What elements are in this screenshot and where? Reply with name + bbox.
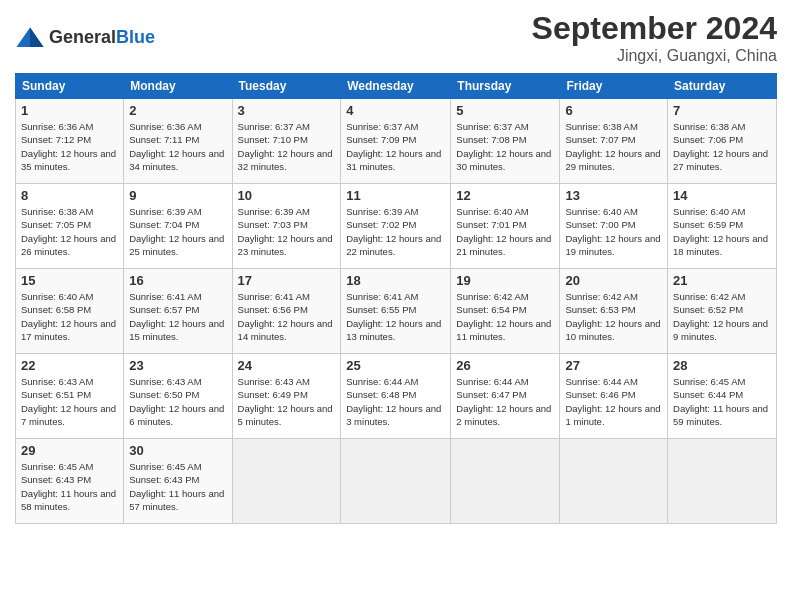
day-number: 15 bbox=[21, 273, 118, 288]
calendar-week-row: 15Sunrise: 6:40 AMSunset: 6:58 PMDayligh… bbox=[16, 269, 777, 354]
table-row: 29Sunrise: 6:45 AMSunset: 6:43 PMDayligh… bbox=[16, 439, 124, 524]
table-row: 30Sunrise: 6:45 AMSunset: 6:43 PMDayligh… bbox=[124, 439, 232, 524]
table-row: 19Sunrise: 6:42 AMSunset: 6:54 PMDayligh… bbox=[451, 269, 560, 354]
day-number: 1 bbox=[21, 103, 118, 118]
table-row: 11Sunrise: 6:39 AMSunset: 7:02 PMDayligh… bbox=[341, 184, 451, 269]
header-wednesday: Wednesday bbox=[341, 74, 451, 99]
header: GeneralBlue September 2024 Jingxi, Guang… bbox=[15, 10, 777, 65]
day-info: Sunrise: 6:36 AMSunset: 7:12 PMDaylight:… bbox=[21, 120, 118, 173]
day-number: 7 bbox=[673, 103, 771, 118]
header-saturday: Saturday bbox=[668, 74, 777, 99]
calendar-week-row: 8Sunrise: 6:38 AMSunset: 7:05 PMDaylight… bbox=[16, 184, 777, 269]
day-number: 5 bbox=[456, 103, 554, 118]
day-info: Sunrise: 6:44 AMSunset: 6:46 PMDaylight:… bbox=[565, 375, 662, 428]
day-info: Sunrise: 6:45 AMSunset: 6:43 PMDaylight:… bbox=[129, 460, 226, 513]
day-info: Sunrise: 6:37 AMSunset: 7:10 PMDaylight:… bbox=[238, 120, 336, 173]
day-info: Sunrise: 6:43 AMSunset: 6:50 PMDaylight:… bbox=[129, 375, 226, 428]
day-number: 16 bbox=[129, 273, 226, 288]
day-number: 13 bbox=[565, 188, 662, 203]
svg-marker-1 bbox=[30, 27, 44, 47]
table-row bbox=[668, 439, 777, 524]
table-row: 28Sunrise: 6:45 AMSunset: 6:44 PMDayligh… bbox=[668, 354, 777, 439]
day-info: Sunrise: 6:41 AMSunset: 6:57 PMDaylight:… bbox=[129, 290, 226, 343]
day-number: 6 bbox=[565, 103, 662, 118]
day-number: 22 bbox=[21, 358, 118, 373]
day-number: 25 bbox=[346, 358, 445, 373]
table-row: 2Sunrise: 6:36 AMSunset: 7:11 PMDaylight… bbox=[124, 99, 232, 184]
table-row bbox=[451, 439, 560, 524]
table-row: 18Sunrise: 6:41 AMSunset: 6:55 PMDayligh… bbox=[341, 269, 451, 354]
day-info: Sunrise: 6:36 AMSunset: 7:11 PMDaylight:… bbox=[129, 120, 226, 173]
day-info: Sunrise: 6:39 AMSunset: 7:02 PMDaylight:… bbox=[346, 205, 445, 258]
table-row: 12Sunrise: 6:40 AMSunset: 7:01 PMDayligh… bbox=[451, 184, 560, 269]
day-info: Sunrise: 6:40 AMSunset: 6:59 PMDaylight:… bbox=[673, 205, 771, 258]
month-title: September 2024 bbox=[532, 10, 777, 47]
day-number: 27 bbox=[565, 358, 662, 373]
header-thursday: Thursday bbox=[451, 74, 560, 99]
table-row: 24Sunrise: 6:43 AMSunset: 6:49 PMDayligh… bbox=[232, 354, 341, 439]
table-row: 9Sunrise: 6:39 AMSunset: 7:04 PMDaylight… bbox=[124, 184, 232, 269]
day-number: 24 bbox=[238, 358, 336, 373]
table-row: 8Sunrise: 6:38 AMSunset: 7:05 PMDaylight… bbox=[16, 184, 124, 269]
day-number: 12 bbox=[456, 188, 554, 203]
day-info: Sunrise: 6:38 AMSunset: 7:05 PMDaylight:… bbox=[21, 205, 118, 258]
header-sunday: Sunday bbox=[16, 74, 124, 99]
table-row: 3Sunrise: 6:37 AMSunset: 7:10 PMDaylight… bbox=[232, 99, 341, 184]
day-info: Sunrise: 6:45 AMSunset: 6:44 PMDaylight:… bbox=[673, 375, 771, 428]
day-number: 30 bbox=[129, 443, 226, 458]
table-row bbox=[341, 439, 451, 524]
day-number: 28 bbox=[673, 358, 771, 373]
table-row: 14Sunrise: 6:40 AMSunset: 6:59 PMDayligh… bbox=[668, 184, 777, 269]
logo: GeneralBlue bbox=[15, 26, 155, 50]
table-row bbox=[560, 439, 668, 524]
table-row: 26Sunrise: 6:44 AMSunset: 6:47 PMDayligh… bbox=[451, 354, 560, 439]
day-info: Sunrise: 6:43 AMSunset: 6:49 PMDaylight:… bbox=[238, 375, 336, 428]
table-row: 6Sunrise: 6:38 AMSunset: 7:07 PMDaylight… bbox=[560, 99, 668, 184]
table-row: 25Sunrise: 6:44 AMSunset: 6:48 PMDayligh… bbox=[341, 354, 451, 439]
calendar-week-row: 22Sunrise: 6:43 AMSunset: 6:51 PMDayligh… bbox=[16, 354, 777, 439]
table-row: 16Sunrise: 6:41 AMSunset: 6:57 PMDayligh… bbox=[124, 269, 232, 354]
table-row: 5Sunrise: 6:37 AMSunset: 7:08 PMDaylight… bbox=[451, 99, 560, 184]
day-info: Sunrise: 6:37 AMSunset: 7:09 PMDaylight:… bbox=[346, 120, 445, 173]
day-number: 23 bbox=[129, 358, 226, 373]
logo-text: GeneralBlue bbox=[49, 27, 155, 48]
day-number: 4 bbox=[346, 103, 445, 118]
day-number: 8 bbox=[21, 188, 118, 203]
logo-icon bbox=[15, 26, 45, 50]
day-info: Sunrise: 6:41 AMSunset: 6:56 PMDaylight:… bbox=[238, 290, 336, 343]
day-info: Sunrise: 6:38 AMSunset: 7:07 PMDaylight:… bbox=[565, 120, 662, 173]
location-title: Jingxi, Guangxi, China bbox=[532, 47, 777, 65]
table-row: 17Sunrise: 6:41 AMSunset: 6:56 PMDayligh… bbox=[232, 269, 341, 354]
day-info: Sunrise: 6:38 AMSunset: 7:06 PMDaylight:… bbox=[673, 120, 771, 173]
logo-general: General bbox=[49, 27, 116, 47]
table-row: 20Sunrise: 6:42 AMSunset: 6:53 PMDayligh… bbox=[560, 269, 668, 354]
day-number: 29 bbox=[21, 443, 118, 458]
calendar-week-row: 1Sunrise: 6:36 AMSunset: 7:12 PMDaylight… bbox=[16, 99, 777, 184]
table-row: 4Sunrise: 6:37 AMSunset: 7:09 PMDaylight… bbox=[341, 99, 451, 184]
day-number: 18 bbox=[346, 273, 445, 288]
day-number: 21 bbox=[673, 273, 771, 288]
header-monday: Monday bbox=[124, 74, 232, 99]
day-info: Sunrise: 6:45 AMSunset: 6:43 PMDaylight:… bbox=[21, 460, 118, 513]
day-info: Sunrise: 6:39 AMSunset: 7:04 PMDaylight:… bbox=[129, 205, 226, 258]
weekday-header-row: Sunday Monday Tuesday Wednesday Thursday… bbox=[16, 74, 777, 99]
calendar-table: Sunday Monday Tuesday Wednesday Thursday… bbox=[15, 73, 777, 524]
day-info: Sunrise: 6:37 AMSunset: 7:08 PMDaylight:… bbox=[456, 120, 554, 173]
day-info: Sunrise: 6:42 AMSunset: 6:53 PMDaylight:… bbox=[565, 290, 662, 343]
day-number: 17 bbox=[238, 273, 336, 288]
table-row: 21Sunrise: 6:42 AMSunset: 6:52 PMDayligh… bbox=[668, 269, 777, 354]
day-number: 3 bbox=[238, 103, 336, 118]
day-info: Sunrise: 6:41 AMSunset: 6:55 PMDaylight:… bbox=[346, 290, 445, 343]
day-number: 20 bbox=[565, 273, 662, 288]
table-row: 15Sunrise: 6:40 AMSunset: 6:58 PMDayligh… bbox=[16, 269, 124, 354]
header-tuesday: Tuesday bbox=[232, 74, 341, 99]
calendar-week-row: 29Sunrise: 6:45 AMSunset: 6:43 PMDayligh… bbox=[16, 439, 777, 524]
table-row: 27Sunrise: 6:44 AMSunset: 6:46 PMDayligh… bbox=[560, 354, 668, 439]
day-number: 11 bbox=[346, 188, 445, 203]
day-info: Sunrise: 6:43 AMSunset: 6:51 PMDaylight:… bbox=[21, 375, 118, 428]
header-friday: Friday bbox=[560, 74, 668, 99]
day-info: Sunrise: 6:44 AMSunset: 6:48 PMDaylight:… bbox=[346, 375, 445, 428]
day-number: 19 bbox=[456, 273, 554, 288]
day-info: Sunrise: 6:39 AMSunset: 7:03 PMDaylight:… bbox=[238, 205, 336, 258]
table-row: 7Sunrise: 6:38 AMSunset: 7:06 PMDaylight… bbox=[668, 99, 777, 184]
